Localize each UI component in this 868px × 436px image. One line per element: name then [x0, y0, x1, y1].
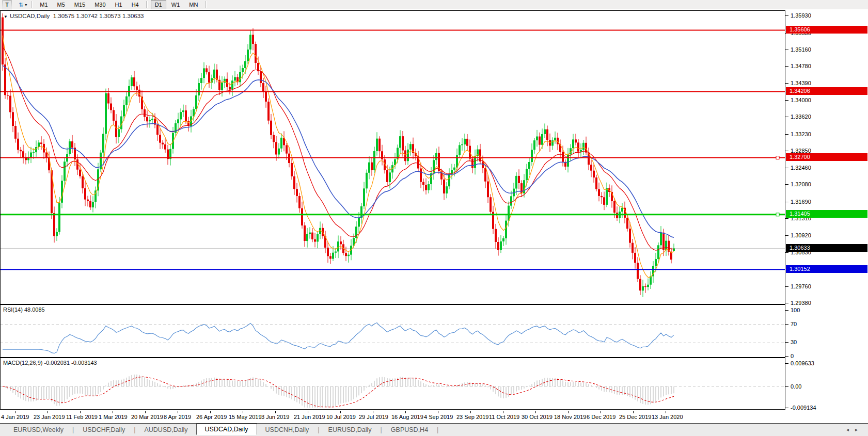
date-axis: 4 Jan 201923 Jan 201911 Feb 20191 Mar 20…: [0, 411, 785, 423]
rsi-indicator-label: RSI(14) 48.0085: [3, 306, 45, 313]
price-axis-tick: [785, 286, 788, 287]
date-tick-label: 11 Oct 2019: [489, 414, 519, 420]
tab-scroll-arrows: ◂▸: [846, 427, 864, 432]
tab-separator: |: [318, 426, 319, 433]
price-line-label: 1.30633: [786, 244, 867, 252]
date-axis-tick: [503, 411, 503, 413]
date-axis-tick: [568, 411, 569, 413]
price-axis-tick: [785, 100, 788, 101]
chart-symbol-label: USDCAD,Daily: [10, 13, 50, 19]
date-tick-label: 30 Oct 2019: [522, 414, 553, 420]
tab-scroll-right-icon[interactable]: ▸: [855, 427, 864, 432]
price-axis-tick: [785, 303, 788, 303]
macd-panel-canvas[interactable]: MACD(12,26,9) -0.002031 -0.003143: [0, 358, 785, 410]
date-tick-label: 11 Feb 2019: [66, 414, 98, 420]
date-tick-label: 20 Mar 2019: [131, 414, 163, 420]
tab-usdcnh-daily[interactable]: USDCNH,Daily: [257, 425, 318, 435]
timeframe-button-h4[interactable]: H4: [128, 0, 143, 10]
date-axis-tick: [15, 411, 15, 413]
rsi-axis-tick: [785, 324, 788, 325]
date-axis-tick: [243, 411, 243, 413]
chart-area: ▼USDCAD,Daily 1.30575 1.30742 1.30573 1.…: [0, 9, 868, 423]
date-axis-tick: [601, 411, 601, 413]
date-tick-label: 16 Aug 2019: [391, 414, 423, 420]
tab-eurusd-weekly[interactable]: EURUSD,Weekly: [5, 425, 72, 435]
tab-scroll-left-icon[interactable]: ◂: [846, 427, 855, 432]
price-axis-tick: [785, 151, 788, 151]
date-axis-tick: [470, 411, 471, 413]
price-tick-label: 1.35930: [791, 12, 811, 19]
text-tool-icon: T: [5, 2, 8, 8]
macd-axis-tick: [785, 363, 788, 364]
date-tick-label: 29 Jul 2019: [359, 414, 388, 420]
price-axis-tick: [785, 252, 788, 253]
chevron-down-icon: ▾: [25, 3, 27, 7]
price-tick-label: 1.32460: [791, 164, 811, 171]
price-tick-label: 1.34390: [791, 79, 811, 87]
price-axis-tick: [785, 15, 788, 16]
text-tool-button[interactable]: T: [2, 1, 12, 9]
date-tick-label: 23 Jan 2019: [34, 414, 65, 420]
chart-title: ▼USDCAD,Daily 1.30575 1.30742 1.30573 1.…: [4, 13, 144, 19]
date-axis-tick: [340, 411, 341, 413]
timeframe-button-w1[interactable]: W1: [167, 0, 184, 10]
price-axis-tick: [785, 202, 788, 202]
date-axis-tick: [438, 411, 438, 413]
rsi-panel-canvas[interactable]: RSI(14) 48.0085: [0, 304, 785, 358]
arrows-tool-icon: ⇅: [19, 2, 23, 8]
date-axis-tick: [113, 411, 113, 413]
price-tick-label: 1.33230: [791, 131, 811, 138]
price-axis-tick: [785, 117, 788, 117]
timeframe-button-m30[interactable]: M30: [90, 0, 109, 10]
rsi-axis-tick: [785, 356, 788, 357]
timeframe-button-m5[interactable]: M5: [53, 0, 69, 10]
timeframe-button-d1[interactable]: D1: [151, 0, 166, 10]
price-tick-label: 1.32080: [791, 181, 811, 188]
timeframe-button-mn[interactable]: MN: [185, 0, 202, 10]
rsi-tick-label: 30: [791, 338, 797, 346]
macd-axis-tick: [785, 408, 788, 408]
price-axis-tick: [785, 83, 788, 84]
tab-usdcad-daily[interactable]: USDCAD,Daily: [196, 424, 257, 435]
tab-separator: |: [72, 426, 74, 433]
price-axis-tick: [785, 235, 788, 236]
date-axis-tick: [178, 411, 178, 413]
tab-usdchf-daily[interactable]: USDCHF,Daily: [74, 425, 133, 435]
timeframe-button-m1[interactable]: M1: [36, 0, 52, 10]
tab-eurusd-daily[interactable]: EURUSD,Daily: [320, 425, 380, 435]
price-axis-tick: [785, 218, 788, 219]
price-axis-tick: [785, 134, 788, 135]
date-tick-label: 25 Dec 2019: [619, 414, 651, 420]
price-axis-tick: [785, 184, 788, 185]
tab-separator: |: [437, 426, 438, 433]
arrows-tool-button[interactable]: ⇅ ▾: [17, 1, 28, 9]
toolbar: T ⇅ ▾ M1 M5 M15 M30 H1 H4 D1 W1 MN: [0, 0, 868, 10]
date-tick-label: 8 Apr 2019: [164, 414, 191, 420]
price-line-label: 1.32700: [786, 153, 867, 161]
mt4-window: T ⇅ ▾ M1 M5 M15 M30 H1 H4 D1 W1 MN ▼USDC…: [0, 0, 868, 436]
date-axis-tick: [210, 411, 211, 413]
macd-tick-label: -0.009134: [791, 404, 816, 411]
date-axis-tick: [666, 411, 666, 413]
price-tick-label: 1.31690: [791, 198, 811, 205]
price-line-label: 1.30152: [786, 265, 867, 273]
price-tick-label: 1.34780: [791, 62, 811, 70]
date-axis-tick: [145, 411, 146, 413]
timeframe-button-m15[interactable]: M15: [70, 0, 89, 10]
tab-audusd-daily[interactable]: AUDUSD,Daily: [136, 425, 196, 435]
date-tick-label: 21 Jun 2019: [294, 414, 325, 420]
date-tick-label: 18 Nov 2019: [554, 414, 586, 420]
date-axis-tick: [373, 411, 373, 413]
chart-ohlc-values: 1.30575 1.30742 1.30573 1.30633: [53, 13, 144, 19]
toolbar-separator: [205, 1, 207, 8]
chart-tab-bar: EURUSD,Weekly| USDCHF,Daily| AUDUSD,Dail…: [0, 423, 868, 436]
price-line-label: 1.34206: [786, 87, 867, 95]
price-chart-canvas[interactable]: ▼USDCAD,Daily 1.30575 1.30742 1.30573 1.…: [0, 10, 785, 304]
collapse-triangle-icon[interactable]: ▼: [4, 14, 8, 19]
date-tick-label: 4 Sep 2019: [424, 414, 453, 420]
price-axis-tick: [785, 168, 788, 168]
timeframe-button-h1[interactable]: H1: [111, 0, 127, 10]
date-tick-label: 13 Jan 2020: [652, 414, 683, 420]
tab-separator: |: [381, 426, 382, 433]
tab-gbpusd-h4[interactable]: GBPUSD,H4: [383, 425, 436, 435]
